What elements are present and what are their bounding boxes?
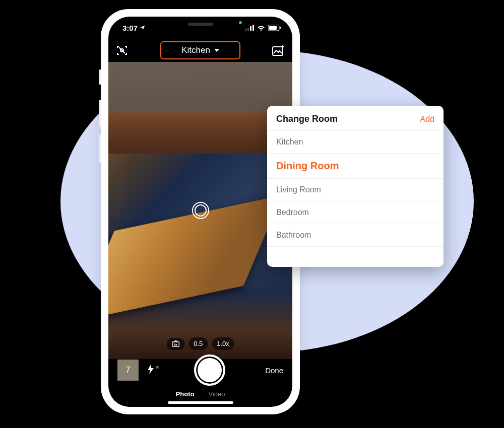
- flash-toggle[interactable]: ×: [147, 364, 159, 377]
- room-option-kitchen[interactable]: Kitchen: [267, 131, 444, 154]
- home-indicator[interactable]: [168, 401, 233, 404]
- done-button[interactable]: Done: [265, 366, 283, 375]
- svg-rect-5: [269, 26, 277, 30]
- camera-viewfinder[interactable]: 0.5 1.0x: [108, 62, 292, 359]
- status-time: 3:07: [122, 24, 138, 32]
- location-arrow-icon: [140, 25, 146, 31]
- capture-mode-row: Photo Video: [108, 390, 292, 398]
- add-room-button[interactable]: Add: [420, 115, 434, 124]
- bg-back-floor: [108, 112, 292, 154]
- room-option-dining-room[interactable]: Dining Room: [267, 154, 444, 179]
- mode-photo[interactable]: Photo: [176, 390, 195, 398]
- mode-video[interactable]: Video: [208, 390, 225, 398]
- phone-screen: 3:07: [108, 17, 292, 407]
- chevron-down-icon: [214, 49, 219, 52]
- svg-rect-3: [253, 25, 254, 31]
- zoom-0-5x-button[interactable]: 0.5: [188, 337, 208, 350]
- wifi-icon: [257, 25, 265, 31]
- volume-down-button[interactable]: [99, 135, 101, 163]
- room-list: KitchenDining RoomLiving RoomBedroomBath…: [267, 131, 444, 247]
- svg-rect-6: [280, 27, 281, 29]
- photo-count-thumbnail[interactable]: 7: [117, 360, 139, 381]
- popover-header: Change Room Add: [267, 106, 444, 131]
- zoom-controls: 0.5 1.0x: [166, 337, 234, 350]
- room-option-living-room[interactable]: Living Room: [267, 179, 444, 201]
- popover-title: Change Room: [276, 114, 338, 124]
- room-option-bathroom[interactable]: Bathroom: [267, 224, 444, 247]
- change-room-popover: Change Room Add KitchenDining RoomLiving…: [267, 106, 444, 267]
- room-option-bedroom[interactable]: Bedroom: [267, 201, 444, 224]
- camera-switch-icon[interactable]: [166, 338, 184, 350]
- battery-icon: [268, 25, 281, 31]
- focus-indicator: [192, 202, 209, 219]
- volume-up-button[interactable]: [99, 100, 101, 127]
- svg-line-8: [119, 47, 125, 53]
- notch: [155, 17, 246, 31]
- cellular-signal-icon: [245, 25, 254, 31]
- camera-toolbar: Kitchen: [108, 39, 292, 62]
- speaker: [188, 23, 213, 26]
- gallery-add-icon[interactable]: [271, 45, 286, 56]
- mute-switch[interactable]: [99, 69, 101, 85]
- room-selector-label: Kitchen: [181, 45, 210, 55]
- svg-rect-2: [250, 26, 251, 31]
- svg-rect-10: [172, 342, 179, 346]
- svg-rect-9: [273, 47, 283, 55]
- zoom-1x-button[interactable]: 1.0x: [212, 337, 234, 350]
- svg-rect-1: [247, 28, 249, 31]
- camera-indicator-dot: [239, 21, 242, 24]
- shutter-button[interactable]: [194, 354, 225, 386]
- svg-rect-0: [245, 29, 246, 31]
- room-selector[interactable]: Kitchen: [160, 41, 240, 59]
- scan-icon[interactable]: [114, 44, 130, 56]
- camera-bottom-bar: 7 × Done: [108, 354, 292, 386]
